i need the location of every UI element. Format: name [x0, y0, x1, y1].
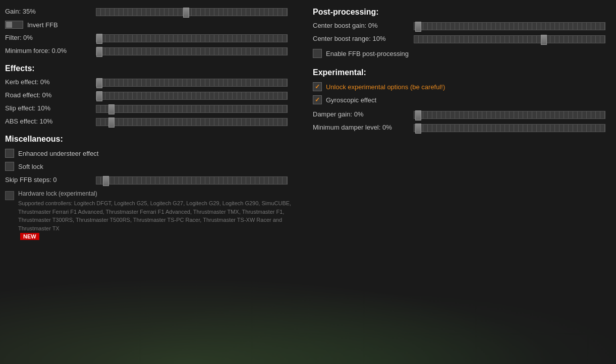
hardware-lock-desc: Supported controllers: Logitech DFGT, Lo…: [18, 199, 293, 232]
gyroscopic-effect-checkbox[interactable]: ✓: [313, 95, 322, 104]
unlock-experimental-checkbox[interactable]: ✓: [313, 82, 322, 91]
center-boost-range-thumb[interactable]: [541, 35, 547, 45]
gyro-check-mark: ✓: [315, 96, 320, 103]
skip-ffb-slider[interactable]: [96, 176, 288, 185]
gain-thumb[interactable]: [183, 8, 189, 18]
invert-ffb-row: Invert FFB: [5, 21, 293, 29]
invert-ffb-label: Invert FFB: [27, 21, 58, 29]
gain-slider[interactable]: [96, 8, 288, 16]
kerb-effect-thumb[interactable]: [96, 78, 102, 88]
skip-ffb-label: Skip FFB steps: 0: [5, 176, 96, 184]
minimum-damper-label: Minimum damper level: 0%: [313, 124, 414, 131]
kerb-effect-label: Kerb effect: 0%: [5, 78, 96, 86]
center-boost-gain-thumb[interactable]: [415, 22, 421, 32]
enhanced-understeer-label: Enhanced understeer effect: [18, 150, 99, 157]
skip-ffb-thumb[interactable]: [103, 176, 109, 186]
unlock-experimental-row: ✓ Unlock experimental options (be carefu…: [313, 82, 608, 91]
gain-label: Gain: 35%: [5, 8, 96, 15]
soft-lock-checkbox[interactable]: [5, 162, 14, 171]
filter-label: Filter: 0%: [5, 34, 96, 41]
road-effect-thumb[interactable]: [96, 91, 102, 101]
new-badge: NEW: [20, 233, 39, 240]
enhanced-understeer-row: Enhanced understeer effect: [5, 149, 293, 158]
slip-effect-thumb[interactable]: [108, 104, 115, 114]
misc-title: Miscellaneous:: [5, 135, 293, 144]
toggle-handle: [6, 22, 12, 28]
slip-effect-slider[interactable]: [96, 105, 288, 113]
soft-lock-row: Soft lock: [5, 162, 293, 171]
unlock-check-mark: ✓: [315, 83, 320, 90]
soft-lock-label: Soft lock: [18, 163, 43, 170]
unlock-experimental-label: Unlock experimental options (be careful!…: [326, 83, 445, 91]
gyroscopic-effect-row: ✓ Gyroscopic effect: [313, 95, 608, 104]
abs-effect-label: ABS effect: 10%: [5, 117, 96, 125]
damper-gain-thumb[interactable]: [415, 110, 421, 120]
enhanced-understeer-checkbox[interactable]: [5, 149, 14, 158]
kerb-effect-slider[interactable]: [96, 79, 288, 87]
hardware-lock-row: Hardware lock (experimental) Supported c…: [5, 190, 293, 240]
road-effect-slider[interactable]: [96, 92, 288, 100]
minimum-damper-slider[interactable]: [414, 124, 605, 132]
gyroscopic-effect-label: Gyroscopic effect: [326, 96, 376, 104]
slip-effect-label: Slip effect: 10%: [5, 104, 96, 112]
center-boost-range-slider[interactable]: [414, 35, 605, 43]
effects-title: Effects:: [5, 64, 293, 73]
damper-gain-label: Damper gain: 0%: [313, 110, 414, 118]
enable-ffb-post-checkbox[interactable]: [313, 49, 322, 58]
invert-ffb-toggle[interactable]: [5, 21, 23, 29]
hardware-lock-title: Hardware lock (experimental): [18, 190, 293, 197]
abs-effect-thumb[interactable]: [108, 117, 115, 128]
minimum-force-thumb[interactable]: [96, 47, 102, 57]
hardware-lock-section: Hardware lock (experimental) Supported c…: [5, 190, 293, 240]
damper-gain-slider[interactable]: [414, 111, 605, 119]
center-boost-gain-label: Center boost gain: 0%: [313, 22, 414, 29]
road-effect-label: Road effect: 0%: [5, 91, 96, 99]
post-processing-title: Post-processing:: [313, 8, 608, 17]
hardware-lock-checkbox[interactable]: [5, 191, 14, 200]
enable-ffb-post-label: Enable FFB post-processing: [326, 50, 409, 57]
minimum-force-label: Minimum force: 0.0%: [5, 47, 96, 54]
filter-slider[interactable]: [96, 34, 288, 42]
minimum-force-slider[interactable]: [96, 47, 288, 55]
experimental-title: Experimental:: [313, 68, 608, 77]
enable-ffb-post-row: Enable FFB post-processing: [313, 49, 608, 58]
center-boost-gain-slider[interactable]: [414, 22, 605, 30]
abs-effect-slider[interactable]: [96, 118, 288, 126]
minimum-damper-thumb[interactable]: [415, 124, 421, 134]
filter-thumb[interactable]: [96, 34, 102, 44]
center-boost-range-label: Center boost range: 10%: [313, 35, 414, 42]
